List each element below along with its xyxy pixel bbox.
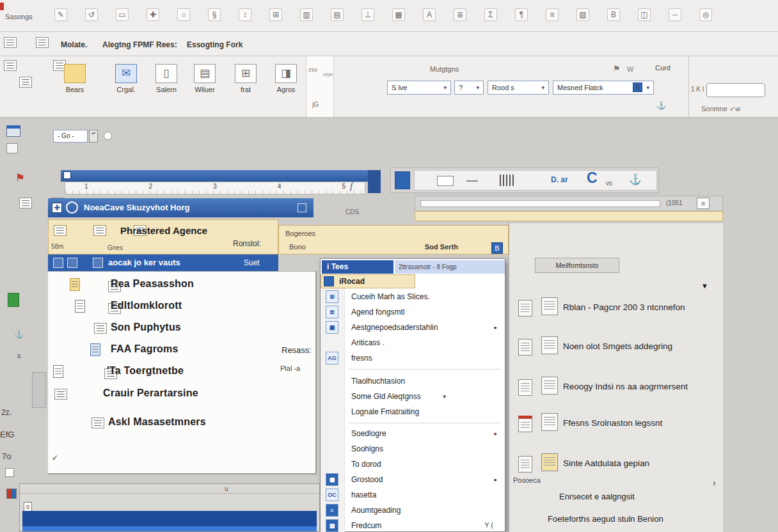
- b-tab-badge[interactable]: B: [491, 242, 503, 254]
- list-item[interactable]: Son Puphytus: [48, 320, 315, 338]
- menu-item[interactable]: Tlaolhuchtasion: [321, 374, 505, 389]
- menu-item[interactable]: Lognale Fmatraiting: [321, 405, 505, 419]
- ribbon-button-salern[interactable]: ▯ Salern: [146, 64, 187, 93]
- plus-icon[interactable]: ✚: [52, 203, 62, 213]
- panel-item[interactable]: Sinte Aatdulata gepian: [518, 451, 718, 487]
- menu-header-tab[interactable]: i Tees: [322, 260, 393, 274]
- panel-item[interactable]: Reoogy Indsi ns aa aogrmersent: [518, 374, 718, 410]
- menu-item[interactable]: Soohlgns: [321, 442, 505, 457]
- list-item[interactable]: Askl Masasetmners: [48, 415, 315, 433]
- panel-footer-item[interactable]: Foeteforths aegud stuln Benion: [548, 514, 663, 524]
- menu-second-tab[interactable]: iRocad: [321, 274, 415, 288]
- list-icon[interactable]: [54, 225, 67, 236]
- red-flag-icon[interactable]: ⚑: [15, 171, 25, 185]
- panel-tab[interactable]: Meilfomtsnsts: [535, 258, 619, 273]
- list-item[interactable]: Rea Peasasshon: [48, 277, 315, 295]
- chevron-right-icon[interactable]: ›: [713, 478, 716, 488]
- panel-item[interactable]: Ffesns Srolnaston legssnt: [518, 411, 718, 446]
- tab-essogting[interactable]: Essogting Fork: [187, 40, 242, 49]
- scrollbar-thumb[interactable]: [32, 372, 46, 408]
- anchor-icon[interactable]: ⚓: [14, 330, 24, 339]
- minus-icon[interactable]: ─: [669, 8, 681, 21]
- ribbon-button-wiluer[interactable]: ▤ Wiluer: [184, 64, 225, 93]
- w-icon[interactable]: W: [627, 65, 633, 73]
- bold-icon[interactable]: B: [607, 8, 620, 21]
- list-item[interactable]: Edltlomklorott: [48, 299, 315, 317]
- ribbon-button-agros[interactable]: ◨ Agros: [266, 64, 306, 93]
- list-small-icon[interactable]: [19, 198, 32, 208]
- curve-icon[interactable]: C: [587, 169, 598, 187]
- anchor-icon[interactable]: ⚓: [629, 173, 642, 185]
- underline-icon[interactable]: ⊥: [361, 8, 374, 21]
- menu-item[interactable]: AGfresns: [321, 351, 505, 366]
- menu-item[interactable]: Ariticass .: [321, 336, 505, 350]
- menu-item[interactable]: Some Gld Aleqtgnss▾: [321, 389, 505, 404]
- window-control-icon[interactable]: [63, 171, 71, 179]
- paste-icon[interactable]: ▤: [331, 8, 344, 21]
- menu-item[interactable]: Soedlogre▸: [321, 426, 505, 441]
- record-icon[interactable]: [104, 132, 112, 140]
- menu-item[interactable]: OChasetta: [321, 488, 505, 503]
- flag-icon[interactable]: ⚑: [613, 64, 621, 74]
- size-combo[interactable]: ?▾: [454, 81, 484, 95]
- menu-item[interactable]: ▤FredcumY (: [321, 519, 505, 532]
- menu-icon[interactable]: ≡: [546, 8, 559, 21]
- view-icon[interactable]: [19, 77, 32, 88]
- panel-item[interactable]: Noen olot Smgets addegring: [518, 334, 718, 370]
- section-icon[interactable]: §: [208, 8, 221, 21]
- menu-item[interactable]: ▦Grostood▸: [321, 473, 505, 487]
- pane-icon[interactable]: [36, 37, 49, 48]
- app-icon[interactable]: [395, 171, 410, 189]
- panel-footer-item[interactable]: Enrsecet e aalgngsit: [559, 492, 635, 501]
- pattern-icon[interactable]: ▧: [576, 8, 589, 21]
- menu-icon[interactable]: ≡: [697, 198, 710, 209]
- columns-icon[interactable]: ◫: [638, 8, 651, 21]
- list-icon[interactable]: [93, 225, 106, 236]
- pin-icon[interactable]: ⚓: [656, 101, 666, 110]
- address-slot[interactable]: [420, 200, 660, 207]
- pane-icon[interactable]: [4, 37, 17, 48]
- menu-item[interactable]: ≣Agend fongsmtl: [321, 305, 505, 320]
- style-combo[interactable]: S lve▾: [387, 81, 451, 95]
- ribbon-button-crgal[interactable]: ✉ Crgal.: [106, 64, 147, 93]
- font-icon[interactable]: A: [423, 8, 436, 21]
- grid-icon[interactable]: ▦: [392, 8, 405, 21]
- menu-item[interactable]: To dorod: [321, 457, 505, 472]
- cascade-icon[interactable]: [6, 143, 18, 153]
- named-format-combo[interactable]: Mesned Flatck ▾ B: [553, 81, 654, 95]
- add-icon[interactable]: ✚: [147, 8, 159, 21]
- go-combo[interactable]: - Go -: [53, 130, 88, 143]
- selected-row[interactable]: aocak jo ker vauts Suet: [48, 254, 278, 271]
- stepper-control[interactable]: ▴▾: [89, 130, 98, 143]
- list-item[interactable]: Crauir Perartarsine: [48, 386, 315, 404]
- pencil-circle-icon[interactable]: ✎: [54, 8, 67, 21]
- sort-icon[interactable]: ↕: [239, 8, 251, 21]
- menu-item[interactable]: ⊞Cuceih Marh as Slices.: [321, 290, 505, 304]
- tab-molate[interactable]: Molate.: [61, 40, 87, 49]
- view-icon[interactable]: [4, 60, 17, 71]
- green-sheet-icon[interactable]: [8, 293, 19, 307]
- font-combo[interactable]: Rood s▾: [488, 81, 549, 95]
- tab-alegtng[interactable]: Alegtng FPMF Rees:: [102, 40, 177, 49]
- panel-item[interactable]: Rblan - Pagcnr 200 3 ntcnnefon: [518, 295, 718, 331]
- ribbon-button-frat[interactable]: ⊞ frat: [225, 64, 266, 93]
- list-item[interactable]: FAA Fagroms: [48, 342, 315, 360]
- menu-item[interactable]: ≡Aoumtgeading: [321, 503, 505, 518]
- chart-icon[interactable]: ▥: [300, 8, 313, 21]
- window-titlebar[interactable]: [22, 511, 317, 526]
- undo-icon[interactable]: ↺: [85, 8, 98, 21]
- sum-icon[interactable]: Σ: [484, 8, 497, 21]
- list-item[interactable]: 'Ta Toergtnetbe: [48, 364, 315, 382]
- table-icon[interactable]: ⊞: [269, 8, 282, 21]
- shape-icon[interactable]: ▭: [116, 8, 129, 21]
- d-tool-label[interactable]: D. ar: [551, 175, 568, 184]
- paragraph-icon[interactable]: ¶: [515, 8, 528, 21]
- window-control-icon[interactable]: [298, 203, 306, 212]
- search-box[interactable]: [706, 83, 765, 97]
- ribbon-button-bears[interactable]: Bears: [54, 64, 95, 93]
- dropdown-arrow-icon[interactable]: ▼: [701, 282, 708, 290]
- magnifier-icon[interactable]: ◎: [699, 8, 712, 21]
- tool-icon[interactable]: [5, 468, 14, 477]
- frame-icon[interactable]: [437, 176, 454, 186]
- menu-item[interactable]: ▦Aestgnepoedsaderstahlin▸: [321, 320, 505, 335]
